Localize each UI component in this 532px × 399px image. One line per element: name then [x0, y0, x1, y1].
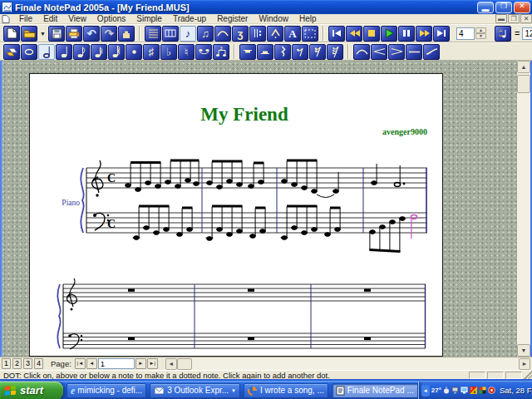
- menu-options[interactable]: Options: [92, 14, 131, 24]
- title-bar[interactable]: Finale NotePad 2005a - [My Friend.MUS] ▬…: [0, 0, 532, 14]
- play-button[interactable]: [381, 26, 397, 42]
- taskbar-clock[interactable]: Sat, 28 Feb 2009 07:36:34: [500, 386, 532, 395]
- whole-note-button[interactable]: [21, 44, 37, 60]
- decrescendo-button[interactable]: [388, 44, 405, 60]
- augmentation-dot-button[interactable]: [126, 44, 142, 60]
- menu-trade-up[interactable]: Trade-up: [168, 14, 211, 24]
- color-palette-icon[interactable]: [479, 387, 486, 394]
- grand-staff-system-2[interactable]: [57, 278, 426, 349]
- close-button[interactable]: ✕: [514, 2, 530, 13]
- menu-file[interactable]: File: [14, 14, 37, 24]
- scroll-left-button[interactable]: ◄: [165, 358, 177, 370]
- menu-edit[interactable]: Edit: [38, 14, 62, 24]
- horizontal-scrollbar-thumb[interactable]: [177, 358, 192, 370]
- group-dropdown-icon[interactable]: ▼: [231, 388, 236, 393]
- spin-up-icon[interactable]: ▲: [475, 27, 486, 33]
- thirtysecond-rest-button[interactable]: [327, 44, 343, 60]
- grand-staff-system-1[interactable]: Piano: [62, 160, 427, 252]
- quarter-rest-button[interactable]: [274, 44, 291, 60]
- undo-button[interactable]: ↶: [83, 26, 100, 42]
- print-button[interactable]: [66, 26, 82, 42]
- tie-button[interactable]: [195, 44, 212, 60]
- display-icon[interactable]: [461, 387, 468, 394]
- measure-tool-button[interactable]: [162, 26, 179, 42]
- usb-device-icon[interactable]: [451, 387, 459, 394]
- eraser-button[interactable]: [3, 44, 20, 60]
- half-note-button[interactable]: [38, 44, 55, 60]
- taskbar-task-i-wrote-a-song[interactable]: I wrote a song, ...: [244, 383, 328, 398]
- selection-tool-button[interactable]: [302, 26, 318, 42]
- minimize-button[interactable]: ▬: [477, 2, 494, 13]
- text-tool-button[interactable]: A: [284, 26, 301, 42]
- simple-entry-tool-button[interactable]: ♪: [180, 26, 196, 42]
- bend-curve-button[interactable]: [423, 44, 440, 60]
- mdi-minimize-button[interactable]: ▬: [495, 14, 507, 23]
- sixteenth-note-button[interactable]: [91, 44, 107, 60]
- view-layout-button-3[interactable]: 3: [23, 358, 32, 369]
- new-file-button[interactable]: [3, 26, 20, 42]
- rewind-button[interactable]: [346, 26, 362, 42]
- tempo-spinner[interactable]: 120 ▲▼: [522, 27, 532, 40]
- triplet-button[interactable]: 3: [213, 44, 229, 60]
- redo-button[interactable]: ↷: [101, 26, 117, 42]
- mdi-restore-button[interactable]: ❐: [508, 14, 520, 23]
- repeat-tool-button[interactable]: [249, 26, 266, 42]
- scroll-up-button[interactable]: ▲: [517, 61, 530, 73]
- eighth-rest-button[interactable]: [292, 44, 308, 60]
- menu-simple[interactable]: Simple: [131, 14, 167, 24]
- vertical-scrollbar-thumb[interactable]: [517, 75, 530, 93]
- vertical-scrollbar[interactable]: ▲ ▼: [517, 61, 530, 357]
- taskbar-task-3-outlook-expr[interactable]: 3 Outlook Expr...▼: [150, 383, 240, 398]
- slur-button[interactable]: [353, 44, 370, 60]
- playback-to-start-button[interactable]: [328, 26, 345, 42]
- next-page-button[interactable]: ►: [135, 358, 146, 369]
- half-rest-button[interactable]: [257, 44, 273, 60]
- horizontal-scrollbar[interactable]: ◄ ►: [165, 358, 530, 370]
- clef-tool-button[interactable]: ʒ: [232, 26, 249, 42]
- score-page[interactable]: My Friend avenger9000 Piano: [29, 73, 443, 357]
- tray-collapse-button[interactable]: ◄: [421, 385, 430, 397]
- articulation-tool-button[interactable]: [267, 26, 283, 42]
- menu-register[interactable]: Register: [212, 14, 253, 24]
- thirtysecond-note-button[interactable]: [108, 44, 125, 60]
- menu-help[interactable]: Help: [294, 14, 322, 24]
- horizontal-scrollbar-track[interactable]: [192, 358, 519, 370]
- document-icon[interactable]: [2, 15, 11, 23]
- tempo-button[interactable]: [495, 26, 511, 42]
- scroll-down-button[interactable]: ▼: [517, 344, 530, 357]
- tempo-value[interactable]: 120: [522, 27, 532, 40]
- view-layout-button-1[interactable]: 1: [2, 358, 11, 369]
- playback-to-end-button[interactable]: [433, 26, 450, 42]
- staff-tool-button[interactable]: [145, 26, 161, 42]
- measure-counter-spinner[interactable]: 4 ▲▼: [456, 27, 486, 40]
- last-page-button[interactable]: ►|: [147, 358, 158, 369]
- tuplet-tool-button[interactable]: ♫: [197, 26, 214, 42]
- open-file-button[interactable]: [21, 26, 37, 42]
- resize-grip[interactable]: [523, 371, 532, 379]
- measure-counter-value[interactable]: 4: [456, 27, 475, 40]
- eighth-note-button[interactable]: [73, 44, 90, 60]
- crescendo-button[interactable]: [371, 44, 387, 60]
- whole-rest-button[interactable]: [239, 44, 256, 60]
- menu-view[interactable]: View: [63, 14, 91, 24]
- scroll-right-button[interactable]: ►: [519, 358, 530, 370]
- line-button[interactable]: [406, 44, 422, 60]
- score-workspace[interactable]: My Friend avenger9000 Piano: [0, 61, 532, 357]
- security-shield-icon[interactable]: [488, 387, 495, 394]
- stop-button[interactable]: [363, 26, 380, 42]
- sixteenth-rest-button[interactable]: [309, 44, 326, 60]
- maximize-button[interactable]: ❐: [495, 2, 512, 13]
- sharp-button[interactable]: ♯: [143, 44, 160, 60]
- taskbar-task-mimicking-defi[interactable]: emimicking - defi...: [66, 383, 146, 398]
- view-layout-button-4[interactable]: 4: [34, 358, 43, 369]
- start-button[interactable]: start: [0, 382, 63, 399]
- page-number-field[interactable]: 1: [98, 358, 135, 369]
- flat-button[interactable]: ♭: [160, 44, 177, 60]
- view-layout-button-2[interactable]: 2: [12, 358, 22, 369]
- zonealarm-icon[interactable]: ZA: [470, 387, 477, 394]
- pause-button[interactable]: [398, 26, 415, 42]
- spin-down-icon[interactable]: ▼: [475, 33, 486, 39]
- save-button[interactable]: [48, 26, 65, 42]
- natural-button[interactable]: ♮: [178, 44, 195, 60]
- first-page-button[interactable]: |◄: [75, 358, 86, 369]
